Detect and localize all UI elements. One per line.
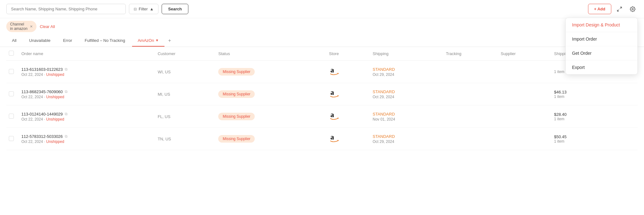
table-row: 113-0124140-1449029 ⧉ Oct 22, 2024 · Uns… xyxy=(6,105,638,128)
svg-line-0 xyxy=(620,7,622,8)
status-badge-1: Missing Supplier xyxy=(218,90,255,98)
shipping-link-1[interactable]: STANDARD xyxy=(373,89,395,94)
add-button[interactable]: + Add xyxy=(588,4,611,14)
shipping-link-0[interactable]: STANDARD xyxy=(373,67,395,72)
row-checkbox-1[interactable] xyxy=(9,91,14,96)
header-checkbox[interactable] xyxy=(9,51,14,56)
table-header-row: Order name Customer Status Store Shippin… xyxy=(6,47,638,61)
clear-all-button[interactable]: Clear All xyxy=(40,24,55,29)
svg-point-2 xyxy=(632,8,634,10)
dropdown-item-1[interactable]: Import Order xyxy=(566,32,637,46)
order-date-3: Oct 22, 2024 · Unshipped xyxy=(21,139,153,144)
status-badge-2: Missing Supplier xyxy=(218,113,255,120)
svg-text:a: a xyxy=(330,133,334,141)
item-count-3: 1 item xyxy=(554,139,635,144)
order-date-1: Oct 22, 2024 · Unshipped xyxy=(21,95,153,99)
supplier-3 xyxy=(498,128,552,150)
svg-text:a: a xyxy=(330,111,334,119)
col-tracking: Tracking xyxy=(443,47,498,61)
col-shipping: Shipping xyxy=(370,47,443,61)
copy-icon-2[interactable]: ⧉ xyxy=(65,112,68,116)
item-count-2: 1 item xyxy=(554,117,635,121)
table-row: 113-6131603-0122623 ⧉ Oct 22, 2024 · Uns… xyxy=(6,61,638,83)
order-id-2: 113-0124140-1449029 ⧉ xyxy=(21,112,153,116)
tab-amazon-chevron-icon: ▼ xyxy=(155,38,159,42)
shipping-date-1: Oct 29, 2024 xyxy=(373,95,441,99)
table-row: 112-5783312-5033026 ⧉ Oct 22, 2024 · Uns… xyxy=(6,128,638,150)
col-customer: Customer xyxy=(155,47,216,61)
tab-unavailable[interactable]: Unavailable xyxy=(23,35,56,47)
page-wrapper: ⊟ Filter ▲ Search + Add Channel in amazo… xyxy=(0,0,644,215)
tracking-1 xyxy=(443,83,498,105)
amazon-logo-1: a xyxy=(329,88,368,101)
shipping-link-3[interactable]: STANDARD xyxy=(373,134,395,139)
customer-3: TN, US xyxy=(155,128,216,150)
svg-text:a: a xyxy=(330,66,334,74)
copy-icon-1[interactable]: ⧉ xyxy=(65,89,68,94)
settings-icon[interactable] xyxy=(628,4,638,14)
row-checkbox-2[interactable] xyxy=(9,114,14,119)
price-1: $46.13 xyxy=(554,90,635,94)
tracking-3 xyxy=(443,128,498,150)
status-badge-3: Missing Supplier xyxy=(218,135,255,143)
tab-error[interactable]: Error xyxy=(57,35,78,47)
tab-add-icon[interactable]: + xyxy=(166,35,174,47)
search-button[interactable]: Search xyxy=(162,4,188,14)
customer-1: MI, US xyxy=(155,83,216,105)
price-2: $28.40 xyxy=(554,112,635,117)
dropdown-item-3[interactable]: Export xyxy=(566,60,637,74)
filter-label: Filter xyxy=(139,7,148,11)
copy-icon-0[interactable]: ⧉ xyxy=(65,67,68,71)
order-date-2: Oct 22, 2024 · Unshipped xyxy=(21,117,153,122)
filter-arrow-icon: ▲ xyxy=(150,7,154,11)
supplier-0 xyxy=(498,61,552,83)
shipping-date-3: Oct 29, 2024 xyxy=(373,139,441,144)
filter-button[interactable]: ⊟ Filter ▲ xyxy=(129,4,158,14)
tab-amazon-label: AmAzOn xyxy=(138,38,154,43)
shipping-date-2: Nov 01, 2024 xyxy=(373,117,441,122)
supplier-2 xyxy=(498,105,552,128)
shipping-link-2[interactable]: STANDARD xyxy=(373,112,395,116)
orders-table: Order name Customer Status Store Shippin… xyxy=(6,47,638,150)
filter-tag-close-icon[interactable]: ✕ xyxy=(30,25,33,29)
amazon-logo-3: a xyxy=(329,132,368,145)
unshipped-badge-2: Unshipped xyxy=(46,117,64,122)
tab-amazon[interactable]: AmAzOn ▼ xyxy=(132,35,164,47)
dropdown-item-2[interactable]: Get Order xyxy=(566,46,637,60)
tabs-row: All Unavailable Error Fulfilled – No Tra… xyxy=(0,35,644,47)
tracking-0 xyxy=(443,61,498,83)
dropdown-menu: Import Design & ProductImport OrderGet O… xyxy=(565,18,638,75)
filter-row: Channel in amazon ✕ Clear All ↻ Rows per… xyxy=(0,18,644,35)
customer-0: WI, US xyxy=(155,61,216,83)
search-input[interactable] xyxy=(6,4,126,14)
unshipped-badge-3: Unshipped xyxy=(46,139,64,144)
item-count-1: 1 item xyxy=(554,94,635,99)
tracking-2 xyxy=(443,105,498,128)
customer-2: FL, US xyxy=(155,105,216,128)
col-status: Status xyxy=(216,47,326,61)
col-supplier: Supplier xyxy=(498,47,552,61)
tab-fulfilled-no-tracking[interactable]: Fulfilled – No Tracking xyxy=(79,35,131,47)
status-badge-0: Missing Supplier xyxy=(218,68,255,76)
tab-all[interactable]: All xyxy=(6,35,22,47)
order-date-0: Oct 22, 2024 · Unshipped xyxy=(21,72,153,77)
copy-icon-3[interactable]: ⧉ xyxy=(65,134,68,139)
amazon-logo-2: a xyxy=(329,110,368,123)
row-checkbox-0[interactable] xyxy=(9,69,14,74)
row-checkbox-3[interactable] xyxy=(9,136,14,141)
col-store: Store xyxy=(326,47,370,61)
table-wrapper: Order name Customer Status Store Shippin… xyxy=(0,47,644,150)
supplier-1 xyxy=(498,83,552,105)
svg-text:a: a xyxy=(330,88,334,96)
search-input-wrapper xyxy=(6,4,126,14)
price-3: $50.45 xyxy=(554,134,635,139)
shipping-date-0: Oct 29, 2024 xyxy=(373,72,441,77)
expand-icon[interactable] xyxy=(614,4,625,14)
order-id-0: 113-6131603-0122623 ⧉ xyxy=(21,67,153,72)
dropdown-item-0[interactable]: Import Design & Product xyxy=(566,18,637,32)
svg-line-1 xyxy=(617,9,619,11)
order-id-3: 112-5783312-5033026 ⧉ xyxy=(21,134,153,139)
order-id-1: 113-8682345-7609060 ⧉ xyxy=(21,89,153,94)
table-row: 113-8682345-7609060 ⧉ Oct 22, 2024 · Uns… xyxy=(6,83,638,105)
unshipped-badge-0: Unshipped xyxy=(46,72,64,77)
